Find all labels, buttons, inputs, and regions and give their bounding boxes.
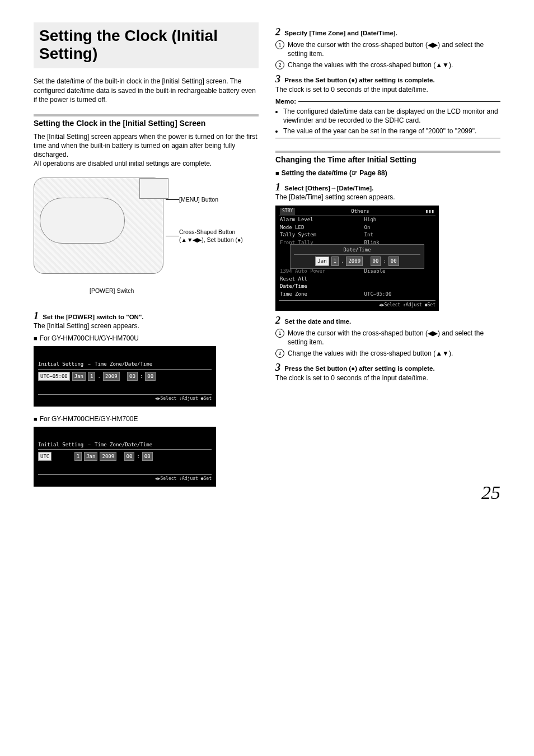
callout-menu-button: [MENU] Button: [179, 195, 218, 203]
section2-step-3-desc: The clock is set to 0 seconds of the inp…: [275, 374, 500, 382]
right-step-2a: 1Move the cursor with the cross-shaped b…: [275, 40, 500, 58]
section2-step-1: 1 Select [Others]→[Date/Time].: [275, 182, 500, 193]
section1-heading: Setting the Clock in the [Initial Settin…: [34, 114, 259, 129]
lcd-u-utc: UTC−05:00: [38, 372, 70, 381]
right-step-2: 2 Specify [Time Zone] and [Date/Time].: [275, 27, 500, 38]
page-number: 25: [481, 480, 500, 506]
memo-list: The configured date/time data can be dis…: [275, 107, 500, 136]
lcd-screen-u: Initial Setting － Time Zone/Date/Time UT…: [34, 346, 216, 406]
page-title: Setting the Clock (Initial Setting): [34, 22, 259, 68]
section2-step-2a: 1Move the cursor with the cross-shaped b…: [275, 329, 500, 347]
lcd-screen-e: Initial Setting － Time Zone/Date/Time UT…: [34, 427, 216, 487]
section2-setline: ■Setting the date/time (☞ Page 88): [275, 169, 500, 178]
right-step-3: 3 Press the Set button (●) after setting…: [275, 74, 500, 85]
intro-text: Set the date/time of the built-in clock …: [34, 77, 259, 104]
section2-step-1-desc: The [Date/Time] setting screen appears.: [275, 193, 500, 202]
section2-step-2: 2 Set the date and time.: [275, 315, 500, 326]
memo-heading: Memo:: [275, 97, 500, 106]
lcd-screen-others: STBY Others ▮▮▮ Alarm LevelHigh Mode LED…: [275, 206, 439, 311]
section2-step-2b: 2Change the values with the cross-shaped…: [275, 349, 500, 358]
section1-p1: The [Initial Setting] screen appears whe…: [34, 132, 259, 160]
left-step-1-desc: The [Initial Setting] screen appears.: [34, 321, 259, 330]
right-step-3-desc: The clock is set to 0 seconds of the inp…: [275, 85, 500, 94]
battery-icon: ▮▮▮: [425, 208, 434, 216]
left-step-1: 1 Set the [POWER] switch to "ON".: [34, 311, 259, 322]
model-u-label: ■For GY-HM700CHU/GY-HM700U: [34, 334, 259, 343]
lcd-e-utc: UTC: [38, 452, 51, 461]
callout-power-switch: [POWER] Switch: [90, 287, 134, 295]
model-e-label: ■For GY-HM700CHE/GY-HM700E: [34, 414, 259, 423]
section2-heading: Changing the Time after Initial Setting: [275, 151, 500, 165]
section1-p2: All operations are disabled until initia…: [34, 159, 259, 168]
callout-cross-button: Cross-Shaped Button (▲▼◀▶), Set button (…: [179, 228, 257, 244]
camera-illustration: [MENU] Button Cross-Shaped Button (▲▼◀▶)…: [34, 172, 259, 306]
right-step-2b: 2Change the values with the cross-shaped…: [275, 60, 500, 69]
section2-step-3: 3 Press the Set button (●) after setting…: [275, 362, 500, 374]
